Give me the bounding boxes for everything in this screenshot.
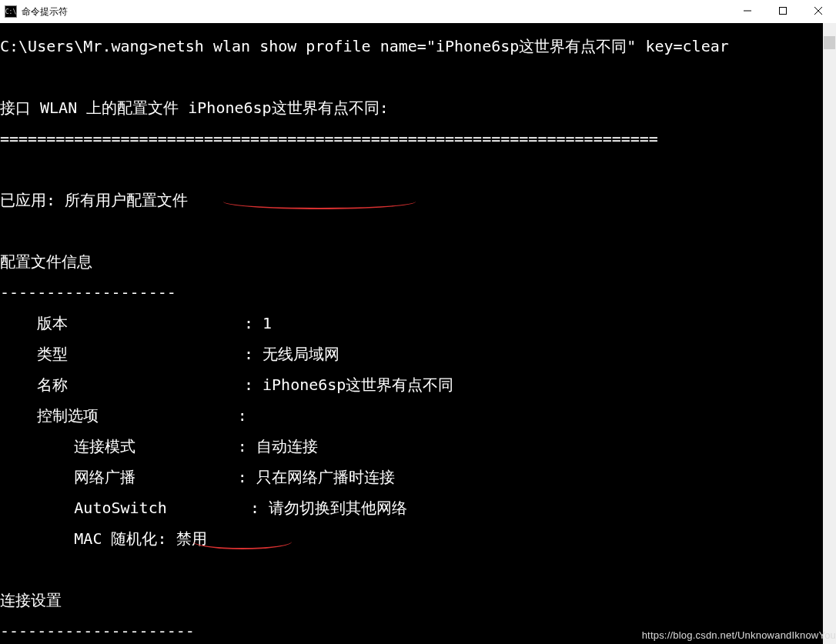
blank (0, 223, 823, 239)
row: 连接模式 : 自动连接 (0, 439, 823, 454)
row-name: 名称 : iPhone6sp这世界有点不同 (0, 377, 823, 392)
section-title: 连接设置 (0, 592, 823, 608)
window-title: 命令提示符 (22, 5, 68, 18)
profile-name-value: iPhone6sp这世界有点不同 (263, 375, 453, 394)
row: 网络广播 : 只在网络广播时连接 (0, 469, 823, 485)
scrollbar-thumb[interactable] (824, 36, 835, 49)
watermark: https://blog.csdn.net/UnknowandIknowYou (642, 629, 836, 641)
row: 版本 : 1 (0, 315, 823, 331)
applied-line: 已应用: 所有用户配置文件 (0, 192, 823, 208)
cmd-icon: C:\ (5, 5, 17, 18)
section-title: 配置文件信息 (0, 254, 823, 269)
row: AutoSwitch : 请勿切换到其他网络 (0, 500, 823, 516)
row: 类型 : 无线局域网 (0, 346, 823, 362)
titlebar: C:\ 命令提示符 (0, 0, 836, 23)
blank (0, 162, 823, 177)
close-button[interactable] (801, 0, 836, 22)
blank (0, 562, 823, 577)
prompt-line: C:\Users\Mr.wang>netsh wlan show profile… (0, 38, 823, 54)
svg-rect-1 (780, 8, 787, 15)
section-dash: ------------------- (0, 285, 823, 300)
maximize-button[interactable] (765, 0, 801, 22)
scrollbar[interactable] (823, 23, 836, 644)
minimize-button[interactable] (730, 0, 765, 22)
row: MAC 随机化: 禁用 (0, 531, 823, 546)
console-output[interactable]: C:\Users\Mr.wang>netsh wlan show profile… (0, 23, 823, 644)
blank (0, 69, 823, 85)
window-controls (730, 0, 836, 23)
header-line: 接口 WLAN 上的配置文件 iPhone6sp这世界有点不同: (0, 100, 823, 115)
row: 控制选项 : (0, 408, 823, 423)
separator: ========================================… (0, 131, 823, 146)
